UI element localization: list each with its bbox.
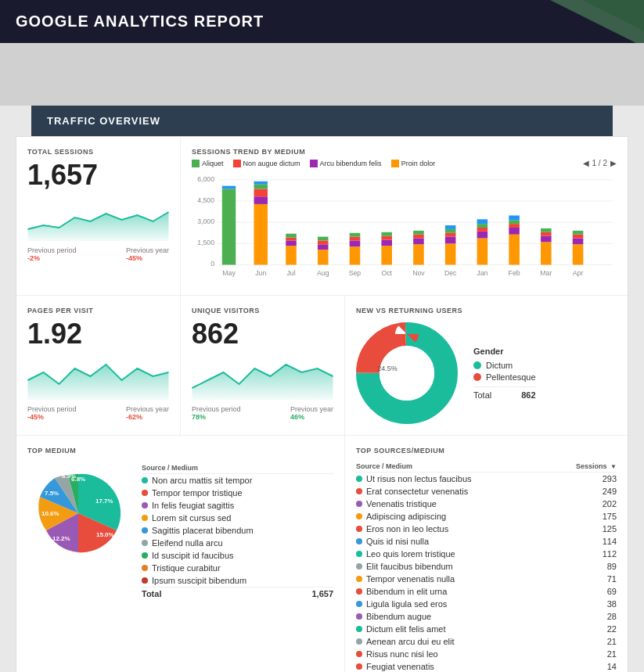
unique-label: UNIQUE VISITORS (192, 307, 333, 314)
svg-rect-50 (509, 228, 520, 235)
svg-text:Jan: Jan (477, 269, 487, 277)
table-row: Ut risus non lectus faucibus293 (356, 473, 617, 486)
list-item: Lorem sit cursus sed (142, 512, 333, 524)
pages-prev-year: -62% (126, 413, 142, 421)
legend-aliquet: Aliquet (192, 160, 224, 167)
unique-mini-chart (192, 357, 333, 400)
svg-rect-35 (413, 244, 424, 264)
svg-rect-22 (286, 234, 297, 238)
pages-period-row: Previous period -45% Previous year -62% (27, 405, 169, 421)
svg-rect-29 (350, 237, 361, 241)
new-returning-pie: 24.5% 75.5% (356, 322, 458, 424)
sessions-period-row: Previous period -2% Previous year -45% (27, 246, 169, 262)
list-item: Tristique curabitur (142, 562, 333, 574)
top-sources-label: TOP SOURCES/MEDIUM (356, 447, 617, 455)
svg-text:Aug: Aug (317, 269, 329, 277)
next-icon[interactable]: ▶ (610, 159, 617, 167)
svg-text:Oct: Oct (381, 269, 392, 277)
row-1: TOTAL SESSIONS 1,657 Previous period (16, 137, 628, 296)
trend-legend: Aliquet Non augue dictum Arcu bibendum f… (192, 159, 617, 167)
svg-rect-44 (477, 239, 488, 265)
svg-point-76 (380, 346, 434, 401)
legend-proin: Proin dolor (391, 160, 436, 167)
unique-prev-year: 46% (290, 413, 304, 421)
unique-period-row: Previous period 78% Previous year 46% (192, 405, 333, 421)
top-medium-label: TOP MEDIUM (27, 447, 333, 455)
medium-pie-chart: 17.7% 15.0% 12.2% 10.6% 7.5% 6.9% 6.8% (27, 462, 129, 564)
top-medium-panel: TOP MEDIUM 17.7% 15.0% (16, 436, 345, 672)
pages-mini-chart (27, 357, 169, 400)
svg-rect-40 (445, 237, 456, 244)
svg-text:7.5%: 7.5% (45, 490, 59, 497)
table-row: Quis id nisi nulla114 (356, 535, 617, 548)
svg-rect-60 (573, 235, 584, 239)
table-row: Aenean arcu dui eu elit21 (356, 635, 617, 648)
header: GOOGLE ANALYTICS REPORT (0, 0, 644, 43)
svg-text:Mar: Mar (540, 269, 552, 277)
sources-table: Source / Medium Sessions ▼ Ut risus non … (356, 459, 617, 672)
pages-panel: PAGES PER VISIT 1.92 Previous period (16, 296, 181, 435)
svg-rect-58 (573, 244, 584, 264)
table-row: Eros non in leo lectus125 (356, 523, 617, 535)
svg-text:4,500: 4,500 (197, 196, 214, 204)
svg-text:1,500: 1,500 (197, 239, 214, 246)
svg-rect-14 (254, 204, 268, 265)
table-row: Bibendum augue28 (356, 610, 617, 623)
list-item: Sagittis placerat bibendum (142, 524, 333, 537)
pages-value: 1.92 (27, 318, 169, 350)
header-title: GOOGLE ANALYTICS REPORT (16, 13, 264, 30)
svg-rect-20 (286, 240, 297, 246)
row-2: PAGES PER VISIT 1.92 Previous period (16, 296, 628, 436)
svg-text:75.5%: 75.5% (408, 377, 429, 385)
svg-rect-59 (573, 239, 584, 245)
svg-text:Feb: Feb (509, 269, 520, 277)
svg-rect-32 (381, 239, 392, 246)
dashboard: TOTAL SESSIONS 1,657 Previous period (16, 136, 628, 672)
spacer (0, 43, 644, 106)
trend-nav[interactable]: ◀ 1 / 2 ▶ (583, 159, 617, 167)
svg-text:May: May (222, 269, 236, 277)
list-item: Eleifend nulla arcu (142, 537, 333, 549)
svg-rect-51 (509, 224, 520, 228)
svg-rect-54 (541, 242, 552, 264)
pie-info: Gender Dictum Pellentesque Total 862 (473, 347, 536, 400)
svg-rect-13 (222, 186, 236, 189)
svg-rect-43 (445, 225, 456, 229)
svg-rect-37 (413, 235, 424, 239)
unique-prev-period: 78% (192, 413, 206, 421)
svg-text:Nov: Nov (412, 269, 425, 277)
svg-rect-46 (477, 228, 488, 232)
gender-dictum: Dictum (473, 361, 536, 370)
new-returning-inner: 24.5% 75.5% Gender Dictum Pellentesque (356, 322, 617, 424)
pages-label: PAGES PER VISIT (27, 307, 169, 314)
svg-rect-53 (509, 215, 520, 220)
svg-rect-55 (541, 236, 552, 243)
svg-rect-19 (286, 246, 297, 264)
trend-chart: 6,000 4,500 3,000 1,500 0 (192, 172, 617, 282)
table-row: Risus nunc nisi leo21 (356, 648, 617, 660)
svg-text:15.0%: 15.0% (96, 531, 114, 538)
pages-prev-period: -45% (27, 413, 44, 421)
total-sessions-panel: TOTAL SESSIONS 1,657 Previous period (16, 137, 181, 295)
svg-rect-36 (413, 239, 424, 245)
svg-rect-16 (254, 189, 268, 197)
list-item: Non arcu mattis sit tempor (142, 474, 333, 487)
section-header: TRAFFIC OVERVIEW (31, 106, 613, 136)
svg-text:Sep: Sep (349, 269, 362, 277)
table-row: Ligula ligula sed eros38 (356, 598, 617, 610)
prev-icon[interactable]: ◀ (583, 159, 589, 167)
svg-rect-38 (413, 231, 424, 235)
svg-rect-23 (318, 250, 329, 264)
svg-rect-28 (350, 240, 361, 246)
svg-rect-48 (477, 219, 488, 224)
gender-pellentesque: Pellentesque (473, 372, 536, 382)
svg-rect-30 (350, 233, 361, 237)
unique-panel: UNIQUE VISITORS 862 Previous period (181, 296, 345, 435)
list-item: Tempor tempor tristique (142, 487, 333, 499)
svg-text:Jul: Jul (286, 269, 295, 277)
svg-rect-31 (381, 246, 392, 264)
svg-rect-56 (541, 232, 552, 236)
table-row: Venenatis tristique202 (356, 498, 617, 510)
svg-text:6,000: 6,000 (197, 175, 214, 183)
svg-rect-45 (477, 232, 488, 239)
